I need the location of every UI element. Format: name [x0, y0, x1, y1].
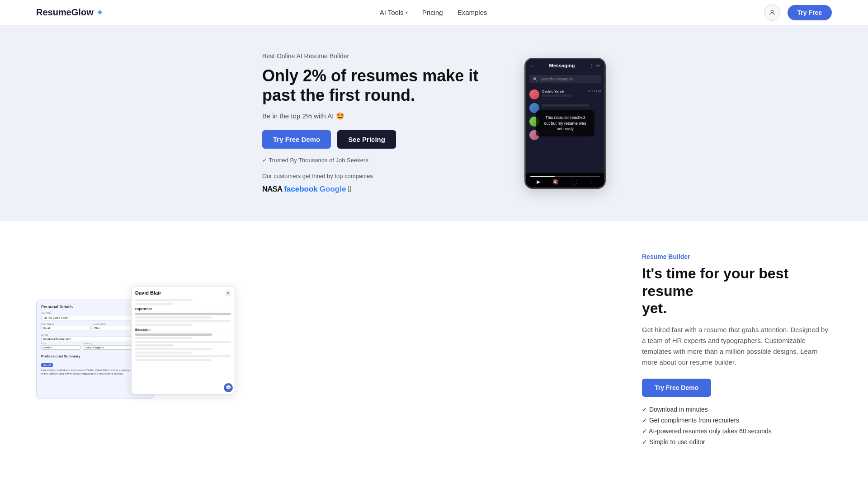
nav-ai-tools[interactable]: AI Tools ▾	[380, 9, 408, 16]
phone-controls: ▶ 🔇 ⛶ ⋮	[526, 173, 604, 188]
preview-close-button[interactable]: ✕	[225, 290, 231, 296]
more-options-icon[interactable]: ⋮	[589, 179, 594, 185]
email-field[interactable]: David.blair@gmail.com	[41, 337, 143, 341]
cover-letter-section: Cover Letter Builder	[0, 477, 868, 488]
msg-text-1	[542, 94, 572, 97]
facebook-logo: facebook	[284, 185, 318, 194]
preview-line-4	[135, 316, 212, 319]
preview-line-1	[135, 299, 193, 301]
hero-content: Best Online AI Resume Builder Only 2% of…	[262, 52, 497, 194]
job-title-value: TikTok Video Editor	[43, 316, 69, 319]
preview-line-2	[135, 303, 174, 305]
msg-time-1: 12:23 PM	[587, 89, 601, 93]
hero-buttons: Try Free Demo See Pricing	[262, 130, 497, 149]
section-title: It's time for your best resume yet.	[642, 265, 832, 317]
preview-line-10	[135, 344, 174, 347]
phone-header-icons: ⋮ ✏	[589, 63, 600, 68]
phone-search: 🔍 Search messages	[529, 75, 601, 83]
nav-pricing[interactable]: Pricing	[422, 9, 443, 16]
user-icon-button[interactable]	[764, 5, 780, 21]
resume-builder-text: Resume Builder It's time for your best r…	[642, 253, 832, 445]
preview-line-7	[135, 333, 212, 336]
msg-content-1: Cedric Yarsh	[542, 89, 585, 97]
feature-item-3: ✓ AI-powered resumes only takes 60 secon…	[642, 427, 832, 435]
trust-text: ✓ Trusted By Thousands of Job Seekers	[262, 157, 497, 164]
logo-text: ResumeGlow	[36, 7, 94, 18]
navbar: ResumeGlow ✦ AI Tools ▾ Pricing Examples…	[0, 0, 868, 25]
resume-preview: David Blair ✕ Experience Education	[131, 286, 235, 394]
preview-line-12	[135, 352, 193, 354]
preview-line-3	[135, 313, 231, 315]
resume-screenshots: Personal Details Job Title TikTok Video …	[36, 286, 615, 413]
msg-name-1: Cedric Yarsh	[542, 89, 585, 94]
nav-links: AI Tools ▾ Pricing Examples	[380, 9, 487, 16]
apple-logo: 	[348, 184, 351, 194]
company-logos: NASA facebook Google 	[262, 184, 497, 194]
hero-section: Best Online AI Resume Builder Only 2% of…	[0, 25, 868, 221]
logo-star-icon: ✦	[96, 8, 103, 18]
phone-back-icon: ←	[530, 63, 535, 68]
message-item-1: Cedric Yarsh 12:23 PM	[526, 88, 604, 101]
play-icon[interactable]: ▶	[537, 179, 540, 185]
preview-line-9	[135, 341, 231, 343]
avatar-1	[529, 89, 539, 99]
preview-section-experience: Experience	[135, 307, 231, 311]
try-free-demo-button[interactable]: Try Free Demo	[262, 130, 331, 149]
msg-text-2	[542, 104, 589, 107]
job-title-field[interactable]: TikTok Video Editor	[41, 316, 142, 320]
section-tag: Resume Builder	[642, 253, 832, 260]
preview-lines: Experience Education	[135, 299, 231, 361]
navbar-actions: Try Free	[764, 5, 832, 21]
hero-visual: ← Messaging ⋮ ✏ 🔍 Search messages Cedric…	[524, 58, 606, 189]
phone-progress-bar	[530, 176, 600, 177]
phone-header: ← Messaging ⋮ ✏	[526, 59, 604, 72]
preview-line-13	[135, 355, 231, 357]
mute-icon[interactable]: 🔇	[552, 179, 559, 185]
first-name-field[interactable]: David	[41, 326, 91, 330]
ai-badge[interactable]: Use AI	[41, 363, 53, 367]
svg-point-0	[771, 10, 773, 12]
preview-header: David Blair ✕	[135, 290, 231, 296]
msg-content-2	[542, 103, 601, 107]
section-description: Get hired fast with a resume that grabs …	[642, 324, 832, 368]
google-logo: Google	[320, 185, 346, 194]
hero-title: Only 2% of resumes make it past the firs…	[262, 66, 497, 105]
preview-name: David Blair	[135, 290, 161, 296]
preview-line-11	[135, 348, 212, 350]
phone-search-text: Search messages	[540, 77, 573, 81]
try-free-button[interactable]: Try Free	[788, 5, 832, 20]
phone-overlay-text: This recruiter reached out but my resume…	[542, 115, 588, 132]
preview-line-8	[135, 337, 193, 339]
dropdown-arrow-icon: ▾	[406, 10, 408, 15]
cover-letter-title: Cover Letter Builder	[36, 486, 832, 488]
phone-progress-fill	[530, 176, 555, 177]
city-field[interactable]: London	[41, 345, 81, 350]
preview-line-14	[135, 359, 212, 361]
more-icon: ⋮	[589, 63, 594, 68]
logo[interactable]: ResumeGlow ✦	[36, 7, 103, 18]
first-name-col: First Name David	[41, 323, 91, 332]
feature-item-4: ✓ Simple to use editor	[642, 438, 832, 446]
resume-builder-demo-button[interactable]: Try Free Demo	[642, 379, 711, 397]
feature-item-1: ✓ Download in minutes	[642, 406, 832, 413]
phone-header-title: Messaging	[549, 63, 575, 68]
resume-builder-content-row: Personal Details Job Title TikTok Video …	[36, 253, 832, 445]
phone-ctrl-icons: ▶ 🔇 ⛶ ⋮	[530, 179, 600, 185]
hero-subtitle: Best Online AI Resume Builder	[262, 52, 497, 60]
search-icon: 🔍	[533, 77, 538, 81]
phone-overlay: This recruiter reached out but my resume…	[536, 110, 594, 136]
preview-section-education: Education	[135, 328, 231, 332]
chat-icon[interactable]: 💬	[224, 383, 233, 392]
feature-list: ✓ Download in minutes ✓ Get compliments …	[642, 406, 832, 446]
nasa-logo: NASA	[262, 185, 282, 194]
fullscreen-icon[interactable]: ⛶	[571, 179, 576, 185]
resume-builder-section: Personal Details Job Title TikTok Video …	[0, 221, 868, 477]
nav-examples[interactable]: Examples	[458, 9, 487, 16]
preview-line-6	[135, 324, 193, 326]
companies-label: Our customers get hired by top companies	[262, 173, 497, 179]
first-name-label: First Name	[41, 323, 91, 325]
see-pricing-button[interactable]: See Pricing	[337, 130, 396, 149]
hero-description: Be in the top 2% with AI 🤩	[262, 112, 497, 120]
compose-icon: ✏	[596, 63, 600, 68]
preview-line-5	[135, 320, 231, 322]
